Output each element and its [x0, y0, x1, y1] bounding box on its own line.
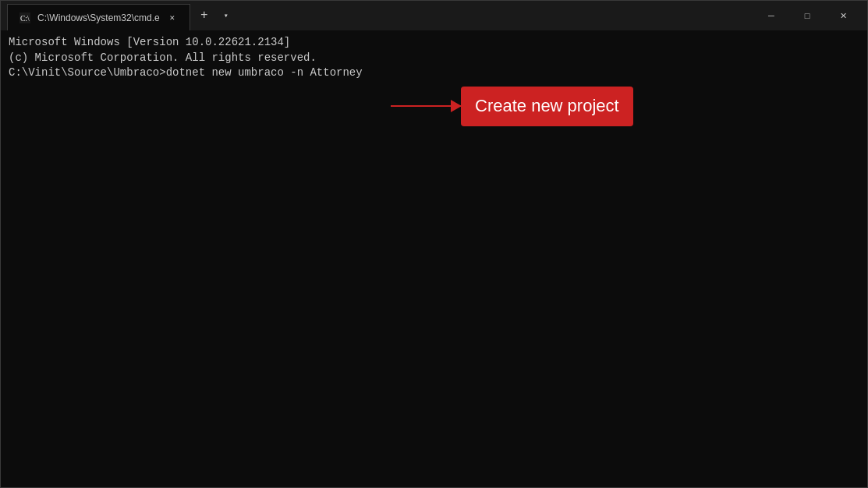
terminal-body[interactable]: Microsoft Windows [Version 10.0.22621.21…	[1, 30, 867, 487]
active-tab[interactable]: C:\ C:\Windows\System32\cmd.e ✕	[7, 4, 190, 30]
maximize-button[interactable]: □	[789, 1, 825, 30]
annotation-label: Create new project	[461, 87, 633, 126]
close-button[interactable]: ✕	[825, 1, 861, 30]
dropdown-button[interactable]: ▾	[217, 6, 236, 25]
annotation-arrow	[391, 105, 461, 107]
annotation-container: Create new project	[391, 87, 633, 126]
cmd-icon: C:\	[19, 12, 31, 24]
tab-title: C:\Windows\System32\cmd.e	[37, 12, 160, 23]
minimize-button[interactable]: ─	[753, 1, 789, 30]
terminal-line-4: C:\Vinit\Source\Umbraco>dotnet new umbra…	[9, 65, 859, 81]
titlebar-controls: ─ □ ✕	[753, 1, 861, 30]
titlebar: C:\ C:\Windows\System32\cmd.e ✕ + ▾ ─ □ …	[1, 1, 867, 30]
titlebar-left: C:\ C:\Windows\System32\cmd.e ✕ + ▾	[7, 1, 236, 30]
tab-close-button[interactable]: ✕	[166, 12, 179, 24]
new-tab-button[interactable]: +	[193, 5, 215, 27]
terminal-window: C:\ C:\Windows\System32\cmd.e ✕ + ▾ ─ □ …	[0, 0, 868, 488]
terminal-line-1: Microsoft Windows [Version 10.0.22621.21…	[9, 35, 859, 51]
arrow-head	[451, 100, 462, 112]
terminal-line-2: (c) Microsoft Corporation. All rights re…	[9, 51, 859, 66]
svg-text:C:\: C:\	[20, 14, 30, 23]
